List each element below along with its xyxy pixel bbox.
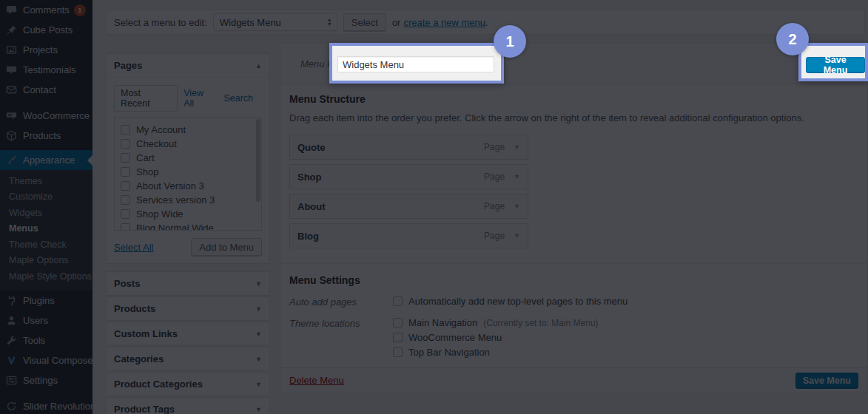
annotation-step-1: 1 bbox=[494, 25, 526, 58]
save-menu-button-top[interactable]: Save Menu bbox=[806, 57, 865, 73]
menu-name-highlight bbox=[329, 43, 504, 84]
annotation-step-2: 2 bbox=[776, 23, 809, 55]
wordpress-menus-screen: Comments 1 Cube Posts Projects Testimoni… bbox=[0, 0, 868, 414]
menu-name-input[interactable] bbox=[337, 56, 494, 72]
save-menu-highlight: Save Menu bbox=[798, 43, 868, 81]
